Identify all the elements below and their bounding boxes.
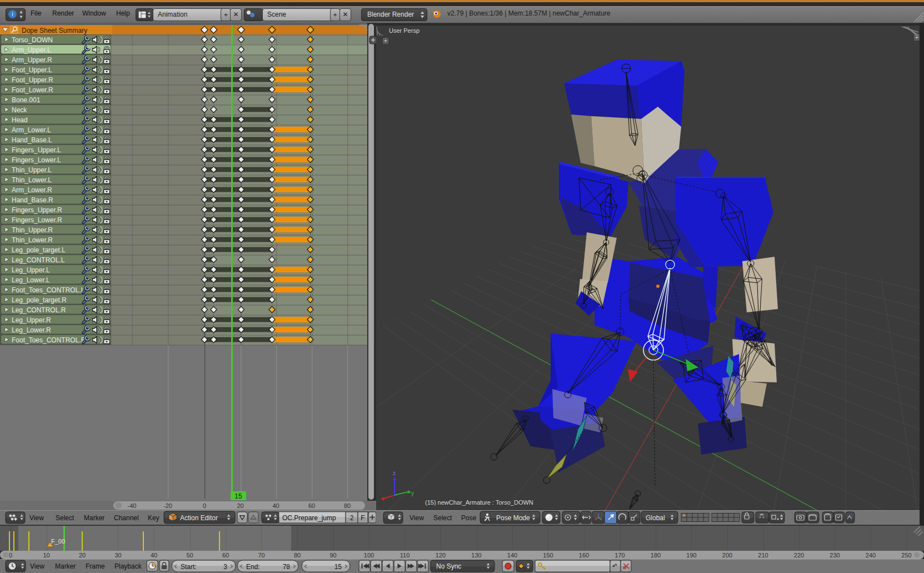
svg-text:Leg_Lower.R: Leg_Lower.R [12, 326, 51, 334]
svg-text:20: 20 [79, 552, 86, 559]
svg-text:Leg_Upper.L: Leg_Upper.L [12, 266, 50, 274]
svg-text:40: 40 [151, 552, 157, 559]
svg-text:F_00: F_00 [51, 538, 65, 545]
svg-text:Leg_Lower.L: Leg_Lower.L [12, 276, 50, 284]
svg-text:-20: -20 [163, 502, 172, 509]
svg-text:No Sync: No Sync [436, 562, 461, 570]
svg-text:View: View [30, 562, 44, 570]
svg-text:Foot_Upper.L: Foot_Upper.L [12, 66, 52, 74]
svg-text:160: 160 [579, 552, 589, 559]
svg-text:Frame: Frame [86, 562, 105, 570]
svg-text:80: 80 [344, 502, 351, 509]
svg-text:130: 130 [471, 552, 481, 559]
svg-text:View: View [29, 514, 44, 522]
svg-text:Global: Global [646, 514, 665, 522]
svg-text:190: 190 [686, 552, 696, 559]
svg-text:Thin_Upper.L: Thin_Upper.L [12, 166, 52, 174]
svg-text:(15) newChar_Armature : Torso_: (15) newChar_Armature : Torso_DOWN [425, 499, 533, 506]
svg-text:OC.Prepare_jump: OC.Prepare_jump [282, 514, 336, 522]
svg-text:60: 60 [222, 552, 229, 559]
svg-text:240: 240 [866, 552, 876, 559]
svg-text:Foot_Lower.R: Foot_Lower.R [12, 86, 53, 94]
svg-text:y: y [411, 490, 414, 496]
svg-text:-40: -40 [128, 502, 137, 509]
svg-text:120: 120 [436, 552, 446, 559]
svg-text:Arm_Upper.R: Arm_Upper.R [12, 56, 52, 64]
svg-text:200: 200 [722, 552, 732, 559]
svg-text:250: 250 [901, 552, 911, 559]
svg-text:F: F [361, 514, 364, 522]
svg-text:Torso_DOWN: Torso_DOWN [12, 36, 53, 44]
svg-text:3: 3 [223, 563, 227, 571]
svg-text:Pose Mode: Pose Mode [496, 514, 530, 522]
svg-text:140: 140 [507, 552, 517, 559]
svg-text:0: 0 [203, 502, 206, 509]
svg-text:230: 230 [830, 552, 840, 559]
svg-text:Select: Select [433, 514, 452, 522]
svg-text:70: 70 [258, 552, 264, 559]
svg-text:170: 170 [615, 552, 625, 559]
svg-text:20: 20 [237, 502, 243, 509]
svg-text:User Persp: User Persp [389, 27, 419, 34]
svg-text:View: View [409, 514, 424, 522]
svg-text:Hand_Base.L: Hand_Base.L [12, 136, 52, 144]
svg-text:90: 90 [329, 552, 336, 559]
svg-text:Dope Sheet Summary: Dope Sheet Summary [22, 27, 87, 34]
svg-text:Fingers_Lower.L: Fingers_Lower.L [12, 156, 61, 164]
svg-text:78: 78 [283, 563, 291, 571]
svg-text:40: 40 [272, 502, 279, 509]
svg-text:30: 30 [114, 552, 121, 559]
svg-text:Neck: Neck [12, 106, 27, 114]
svg-text:Arm_Upper.L: Arm_Upper.L [12, 46, 51, 54]
svg-text:15: 15 [334, 563, 342, 571]
svg-text:Thin_Lower.R: Thin_Lower.R [12, 236, 53, 244]
svg-text:Leg_CONTROL.R: Leg_CONTROL.R [12, 306, 66, 314]
svg-text:110: 110 [400, 552, 410, 559]
svg-text:Foot_Toes_CONTROL.R: Foot_Toes_CONTROL.R [12, 336, 86, 344]
svg-text:Bone.001: Bone.001 [12, 96, 41, 104]
svg-text:Foot_Toes_CONTROL.L: Foot_Toes_CONTROL.L [12, 286, 85, 294]
svg-text:60: 60 [308, 502, 315, 509]
svg-text:10: 10 [43, 552, 49, 559]
svg-text:80: 80 [294, 552, 301, 559]
svg-text:Thin_Lower.L: Thin_Lower.L [12, 176, 52, 184]
svg-text:Leg_Upper.R: Leg_Upper.R [12, 316, 51, 324]
svg-text:Hand_Base.R: Hand_Base.R [12, 196, 53, 204]
svg-text:Arm_Lower.R: Arm_Lower.R [12, 186, 52, 194]
svg-text:0: 0 [9, 552, 12, 559]
svg-text:End:: End: [246, 563, 260, 571]
svg-text:210: 210 [758, 552, 768, 559]
svg-text:Fingers_Upper.R: Fingers_Upper.R [12, 206, 62, 214]
svg-text:Pose: Pose [461, 514, 477, 522]
svg-text:100: 100 [364, 552, 374, 559]
svg-text:Head: Head [12, 116, 28, 124]
svg-text:Thin_Upper.R: Thin_Upper.R [12, 226, 53, 234]
svg-text:Arm_Lower.L: Arm_Lower.L [12, 126, 51, 134]
svg-text:Key: Key [148, 514, 159, 522]
svg-text:Leg_CONTROL.L: Leg_CONTROL.L [12, 256, 65, 264]
svg-text:220: 220 [794, 552, 804, 559]
svg-text:Marker: Marker [55, 562, 76, 570]
svg-text:Foot_Upper.R: Foot_Upper.R [12, 76, 53, 84]
svg-text:150: 150 [543, 552, 553, 559]
svg-text:Marker: Marker [84, 514, 104, 522]
svg-text:Leg_pole_target.L: Leg_pole_target.L [12, 246, 66, 254]
svg-text:2: 2 [350, 514, 354, 522]
svg-text:z: z [393, 470, 396, 476]
svg-text:+: + [384, 37, 387, 44]
svg-text:Select: Select [56, 514, 74, 522]
svg-text:50: 50 [186, 552, 193, 559]
svg-text:Action Editor: Action Editor [180, 514, 218, 522]
svg-text:Fingers_Lower.R: Fingers_Lower.R [12, 216, 62, 224]
svg-text:Playback: Playback [114, 562, 142, 570]
svg-text:180: 180 [651, 552, 661, 559]
svg-text:15: 15 [234, 492, 242, 500]
svg-text:Channel: Channel [114, 514, 139, 522]
svg-text:Fingers_Upper.L: Fingers_Upper.L [12, 146, 61, 154]
svg-text:Leg_pole_target.R: Leg_pole_target.R [12, 296, 67, 304]
svg-text:Start:: Start: [181, 563, 197, 571]
